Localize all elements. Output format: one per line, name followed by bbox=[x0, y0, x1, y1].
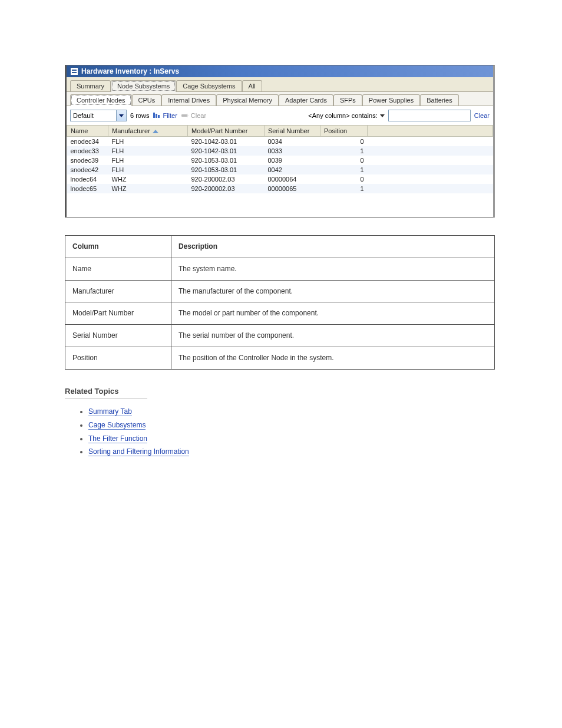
window-icon bbox=[70, 67, 78, 75]
cell-model: 920-1053-03.01 bbox=[188, 156, 265, 165]
col-header-name-label: Name bbox=[71, 127, 88, 134]
view-select[interactable]: Default bbox=[70, 110, 127, 121]
svg-rect-3 bbox=[181, 114, 187, 117]
any-column-filter[interactable]: <Any column> contains: bbox=[308, 112, 384, 119]
subtab-adapter-cards[interactable]: Adapter Cards bbox=[279, 94, 333, 106]
related-topics-list: Summary TabCage SubsystemsThe Filter Fun… bbox=[65, 407, 495, 457]
svg-rect-2 bbox=[158, 115, 160, 118]
col-header-spacer bbox=[368, 126, 493, 137]
subtab-cpus[interactable]: CPUs bbox=[132, 94, 162, 106]
cell-spacer bbox=[368, 174, 493, 184]
desc-col-name: Model/Part Number bbox=[65, 302, 171, 325]
col-header-serial[interactable]: Serial Number bbox=[265, 126, 320, 137]
cell-serial: 0033 bbox=[265, 146, 320, 156]
titlebar: Hardware Inventory : InServs bbox=[67, 65, 493, 77]
subtab-sfps[interactable]: SFPs bbox=[333, 94, 362, 106]
cell-name: lnodec65 bbox=[67, 184, 108, 193]
table-row[interactable]: enodec33FLH920-1042-03.0100331 bbox=[67, 146, 493, 156]
dropdown-arrow-icon bbox=[116, 110, 126, 121]
related-link[interactable]: Sorting and Filtering Information bbox=[88, 447, 189, 456]
tab-cage-subsystems[interactable]: Cage Subsystems bbox=[176, 80, 242, 91]
search-clear-button[interactable]: Clear bbox=[474, 112, 490, 119]
subtab-controller-nodes[interactable]: Controller Nodes bbox=[70, 94, 132, 106]
cell-position: 1 bbox=[320, 184, 368, 193]
doc-section: Column Description NameThe system name.M… bbox=[65, 235, 495, 457]
cell-model: 920-200002.03 bbox=[188, 174, 265, 184]
col-header-name[interactable]: Name bbox=[67, 126, 108, 137]
cell-name: lnodec64 bbox=[67, 174, 108, 184]
cell-manufacturer: WHZ bbox=[108, 174, 188, 184]
svg-rect-1 bbox=[156, 114, 157, 118]
desc-col-text: The model or part number of the componen… bbox=[171, 302, 495, 325]
related-link[interactable]: The Filter Function bbox=[88, 434, 147, 443]
desc-col-text: The manufacturer of the component. bbox=[171, 280, 495, 302]
cell-position: 1 bbox=[320, 165, 368, 174]
cell-spacer bbox=[368, 146, 493, 156]
desc-row: PositionThe position of the Controller N… bbox=[65, 347, 495, 369]
data-grid: Name Manufacturer Model/Part Number Seri… bbox=[67, 125, 493, 217]
desc-row: Serial NumberThe serial number of the co… bbox=[65, 325, 495, 347]
related-item: Sorting and Filtering Information bbox=[88, 447, 495, 457]
cell-position: 0 bbox=[320, 156, 368, 165]
clear-filter-button[interactable]: Clear bbox=[181, 112, 206, 119]
col-header-model[interactable]: Model/Part Number bbox=[188, 126, 265, 137]
related-item: Summary Tab bbox=[88, 407, 495, 417]
sort-asc-icon bbox=[153, 130, 158, 133]
search-input[interactable] bbox=[388, 110, 471, 121]
cell-model: 920-1053-03.01 bbox=[188, 165, 265, 174]
cell-model: 920-1042-03.01 bbox=[188, 137, 265, 147]
tab-all[interactable]: All bbox=[242, 80, 262, 91]
table-row[interactable]: lnodec65WHZ920-200002.03000000651 bbox=[67, 184, 493, 193]
cell-manufacturer: FLH bbox=[108, 146, 188, 156]
table-row[interactable]: lnodec64WHZ920-200002.03000000640 bbox=[67, 174, 493, 184]
col-header-manufacturer[interactable]: Manufacturer bbox=[108, 126, 188, 137]
cell-serial: 0039 bbox=[265, 156, 320, 165]
subtab-batteries[interactable]: Batteries bbox=[420, 94, 458, 106]
tab-summary[interactable]: Summary bbox=[70, 80, 111, 91]
header-row: Name Manufacturer Model/Part Number Seri… bbox=[67, 126, 493, 137]
cell-position: 1 bbox=[320, 146, 368, 156]
sub-tabstrip: Controller Nodes CPUs Internal Drives Ph… bbox=[67, 92, 493, 106]
filter-button[interactable]: Filter bbox=[153, 112, 177, 119]
window-title: Hardware Inventory : InServs bbox=[81, 67, 179, 75]
col-header-position-label: Position bbox=[324, 127, 347, 134]
subtab-internal-drives[interactable]: Internal Drives bbox=[161, 94, 216, 106]
cell-manufacturer: WHZ bbox=[108, 184, 188, 193]
description-table: Column Description NameThe system name.M… bbox=[65, 235, 495, 370]
cell-spacer bbox=[368, 184, 493, 193]
table-row[interactable]: snodec42FLH920-1053-03.0100421 bbox=[67, 165, 493, 174]
related-item: The Filter Function bbox=[88, 434, 495, 444]
app-window: Hardware Inventory : InServs Summary Nod… bbox=[65, 65, 495, 218]
filter-label: Filter bbox=[163, 112, 177, 119]
top-tabstrip: Summary Node Subsystems Cage Subsystems … bbox=[67, 77, 493, 92]
view-select-value: Default bbox=[71, 112, 116, 119]
desc-header-column: Column bbox=[65, 236, 171, 258]
desc-col-text: The system name. bbox=[171, 258, 495, 280]
cell-serial: 00000065 bbox=[265, 184, 320, 193]
related-link[interactable]: Summary Tab bbox=[88, 407, 132, 416]
cell-name: enodec33 bbox=[67, 146, 108, 156]
desc-col-name: Manufacturer bbox=[65, 280, 171, 302]
cell-model: 920-200002.03 bbox=[188, 184, 265, 193]
related-link[interactable]: Cage Subsystems bbox=[88, 421, 146, 430]
subtab-power-supplies[interactable]: Power Supplies bbox=[362, 94, 420, 106]
desc-col-text: The position of the Controller Node in t… bbox=[171, 347, 495, 369]
filter-icon bbox=[153, 112, 161, 119]
chevron-down-icon bbox=[380, 114, 385, 117]
col-header-position[interactable]: Position bbox=[320, 126, 368, 137]
tab-node-subsystems[interactable]: Node Subsystems bbox=[111, 80, 176, 92]
cell-spacer bbox=[368, 137, 493, 147]
desc-col-text: The serial number of the component. bbox=[171, 325, 495, 347]
desc-row: Model/Part NumberThe model or part numbe… bbox=[65, 302, 495, 325]
subtab-physical-memory[interactable]: Physical Memory bbox=[216, 94, 279, 106]
desc-row: ManufacturerThe manufacturer of the comp… bbox=[65, 280, 495, 302]
desc-col-name: Serial Number bbox=[65, 325, 171, 347]
cell-position: 0 bbox=[320, 137, 368, 147]
cell-name: snodec42 bbox=[67, 165, 108, 174]
table-row[interactable]: snodec39FLH920-1053-03.0100390 bbox=[67, 156, 493, 165]
table-row[interactable]: enodec34FLH920-1042-03.0100340 bbox=[67, 137, 493, 147]
desc-col-name: Name bbox=[65, 258, 171, 280]
svg-rect-0 bbox=[153, 113, 155, 118]
cell-manufacturer: FLH bbox=[108, 156, 188, 165]
clear-filter-icon bbox=[181, 112, 189, 119]
